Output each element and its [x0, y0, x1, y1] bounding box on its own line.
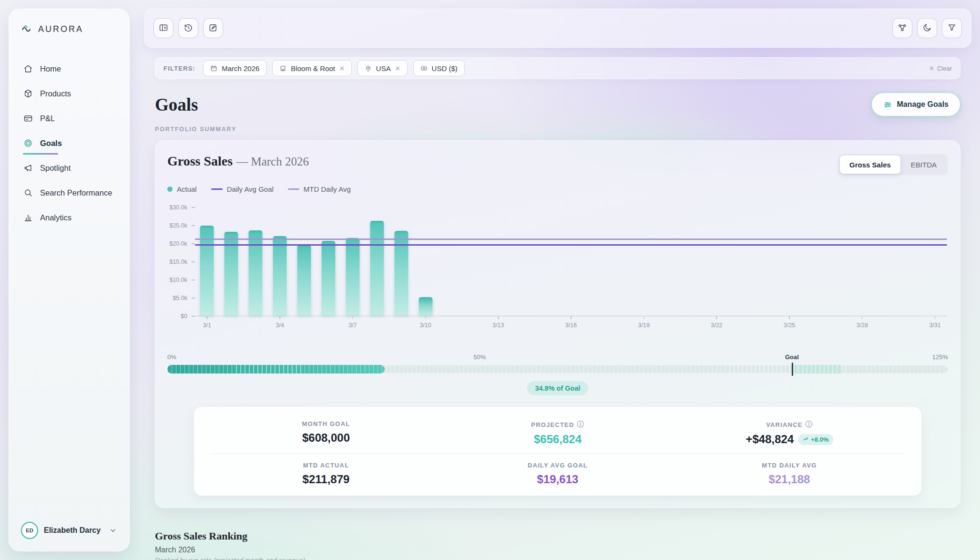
sidebar-item-spotlight[interactable]: Spotlight	[18, 156, 120, 180]
trend-up-icon	[803, 436, 809, 443]
x-axis-label: 3/4	[276, 322, 284, 329]
stat-label: PROJECTED	[531, 421, 574, 428]
toggle-gross-sales[interactable]: Gross Sales	[840, 156, 900, 174]
filter-chip-march-2026[interactable]: March 2026	[203, 60, 266, 76]
dark-mode-button[interactable]	[917, 18, 937, 38]
goal-progress: 0%50%Goal125% 34.8% of Goal	[167, 353, 948, 395]
ranking-section: Gross Sales Ranking March 2026 Ranked by…	[155, 530, 960, 560]
bar-day-9	[394, 231, 408, 316]
close-icon: ✕	[929, 65, 934, 72]
info-icon[interactable]: ⓘ	[577, 420, 584, 429]
filters-label: FILTERS:	[163, 65, 195, 72]
y-axis-tick	[192, 298, 195, 299]
progress-tick-125: 125%	[932, 353, 948, 361]
remove-filter-icon[interactable]: ✕	[339, 65, 345, 72]
x-axis-label: 3/28	[857, 322, 868, 329]
main-content: FILTERS: March 2026Bloom & Root✕USA✕USD …	[144, 9, 971, 551]
legend-line-swatch	[288, 188, 299, 190]
sidebar-item-search-performance[interactable]: Search Performance	[18, 180, 120, 205]
page-title: Goals	[155, 94, 198, 115]
sidebar-item-label: Search Performance	[40, 188, 112, 197]
stat-value: $21,188	[769, 473, 810, 486]
stat-label: MTD ACTUAL	[303, 462, 349, 469]
filter-icon	[947, 23, 957, 34]
legend-item-mtd-daily-avg: MTD Daily Avg	[288, 185, 351, 193]
sidebar-item-p-l[interactable]: P&L	[18, 106, 120, 131]
variance-delta-badge: +8.0%	[798, 434, 833, 445]
card-title: Gross Sales — March 2026	[167, 154, 309, 169]
stat-label: MTD DAILY AVG	[762, 462, 817, 469]
top-toolbar	[144, 9, 971, 48]
sidebar-item-label: Home	[40, 64, 61, 73]
x-axis-tick	[279, 316, 280, 319]
bar-day-6	[321, 241, 335, 316]
toggle-ebitda[interactable]: EBITDA	[901, 156, 946, 174]
x-axis-label: 3/10	[419, 322, 431, 329]
sidebar-item-label: Goals	[40, 139, 62, 148]
filter-chip-usa[interactable]: USA✕	[357, 60, 408, 76]
x-axis-label: 3/22	[711, 322, 722, 329]
remove-filter-icon[interactable]: ✕	[395, 65, 400, 72]
stat-label: DAILY AVG GOAL	[528, 462, 588, 469]
stat-daily-avg-goal: DAILY AVG GOAL$19,613	[442, 454, 674, 489]
bar-day-3	[249, 230, 263, 316]
stat-mtd-daily-avg: MTD DAILY AVG$21,188	[674, 454, 905, 489]
sidebar-item-label: P&L	[40, 114, 55, 123]
x-axis-label: 3/1	[203, 322, 211, 329]
app-name: AURORA	[38, 24, 83, 34]
filter-button[interactable]	[942, 18, 962, 38]
stat-variance: VARIANCEⓘ+$48,824+8.0%	[674, 417, 905, 454]
products-icon	[23, 89, 33, 98]
bar-chart: $0$5.0k$10.0k$15.0k$20.0k$25.0k$30.0k 3/…	[167, 207, 948, 337]
history-button[interactable]	[178, 18, 198, 38]
filter-chip-label: USD ($)	[432, 64, 458, 73]
stat-label: MONTH GOAL	[302, 420, 350, 427]
sidebar-item-products[interactable]: Products	[18, 81, 120, 106]
goals-icon	[23, 138, 33, 148]
x-axis-tick	[352, 316, 353, 319]
user-menu[interactable]: ED Elizabeth Darcy	[18, 518, 120, 543]
info-icon[interactable]: ⓘ	[806, 420, 813, 429]
x-axis-label: 3/13	[492, 322, 504, 329]
chevron-down-icon[interactable]	[109, 526, 117, 535]
stat-label: VARIANCE	[766, 421, 803, 428]
metric-toggle: Gross SalesEBITDA	[838, 154, 948, 176]
page-header: Goals Manage Goals	[155, 93, 960, 116]
x-axis-tick	[789, 316, 790, 319]
delta-value: +8.0%	[811, 436, 828, 443]
sidebar-item-analytics[interactable]: Analytics	[18, 205, 120, 230]
legend-item-actual: Actual	[167, 185, 197, 193]
app-logo: AURORA	[18, 22, 120, 36]
history-icon	[184, 23, 193, 34]
stat-mtd-actual: MTD ACTUAL$211,879	[210, 454, 442, 489]
page-layout: AURORA HomeProductsP&LGoalsSpotlightSear…	[0, 0, 980, 560]
sidebar-item-goals[interactable]: Goals	[18, 131, 120, 156]
legend-dot-swatch	[167, 187, 173, 192]
compose-button[interactable]	[203, 18, 223, 38]
card-title-main: Gross Sales	[167, 154, 233, 168]
stats-panel: MONTH GOAL$608,000PROJECTEDⓘ$656,824VARI…	[194, 407, 921, 496]
legend-item-daily-avg-goal: Daily Avg Goal	[211, 185, 274, 193]
filter-chip-bloom-root[interactable]: Bloom & Root✕	[272, 60, 351, 76]
badge-wrap: 34.8% of Goal	[167, 381, 948, 395]
x-axis-label: 3/31	[929, 322, 940, 329]
pin-icon	[365, 65, 372, 72]
collapse-sidebar-button[interactable]	[153, 18, 174, 38]
x-axis-label: 3/25	[784, 322, 795, 329]
sidebar-item-home[interactable]: Home	[18, 56, 120, 81]
sidebar-nav: HomeProductsP&LGoalsSpotlightSearch Perf…	[18, 56, 120, 230]
filter-chip-usd[interactable]: USD ($)	[413, 60, 465, 76]
x-axis-tick	[643, 316, 644, 319]
card-header: Gross Sales — March 2026 Gross SalesEBIT…	[167, 154, 948, 176]
section-label: PORTFOLIO SUMMARY	[155, 126, 960, 133]
workflow-button[interactable]	[892, 18, 912, 38]
x-axis-tick	[935, 316, 936, 319]
manage-goals-button[interactable]: Manage Goals	[871, 93, 960, 116]
manage-goals-label: Manage Goals	[897, 100, 949, 109]
clear-filters-label: Clear	[937, 65, 952, 72]
clear-filters-button[interactable]: ✕ Clear	[929, 65, 952, 72]
legend-label: Actual	[177, 185, 197, 193]
projected-band	[792, 365, 842, 373]
y-axis-tick	[192, 243, 195, 244]
ranking-title: Gross Sales Ranking	[155, 530, 960, 542]
